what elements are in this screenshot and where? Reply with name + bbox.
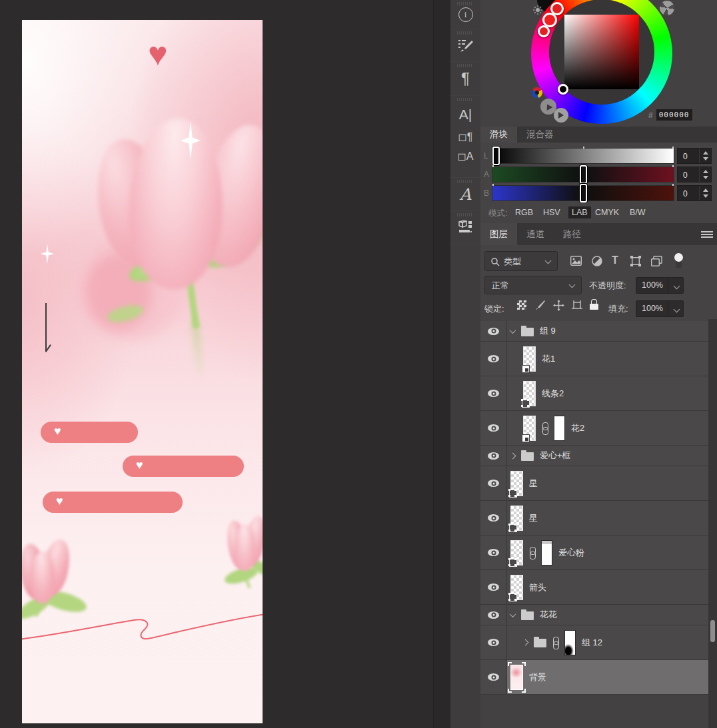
slider-track-a[interactable]: [492, 167, 674, 182]
visibility-cell[interactable]: [480, 411, 507, 445]
layer-thumbnail[interactable]: [510, 506, 523, 531]
chevron-right-icon[interactable]: [510, 452, 516, 459]
panel-button-3d[interactable]: [450, 211, 480, 245]
canvas-artboard[interactable]: ♥ ♥ ♥ ♥: [22, 20, 263, 723]
slider-value-b[interactable]: 0: [677, 185, 712, 201]
eye-icon[interactable]: [488, 611, 499, 619]
layer-thumbnail[interactable]: [510, 471, 523, 496]
eye-icon[interactable]: [488, 390, 499, 397]
eye-icon[interactable]: [488, 480, 499, 487]
layer-mask-thumbnail[interactable]: [541, 540, 552, 565]
slider-handle[interactable]: [580, 184, 587, 202]
eye-icon[interactable]: [488, 328, 499, 335]
layer-name[interactable]: 花1: [542, 353, 555, 365]
layer-thumbnail[interactable]: [523, 346, 536, 372]
eye-icon[interactable]: [488, 514, 499, 522]
filter-text-icon[interactable]: T: [612, 254, 618, 266]
text-cursor-icon[interactable]: A|: [459, 107, 472, 123]
visibility-cell[interactable]: [480, 446, 507, 466]
layer-name[interactable]: 花花: [540, 609, 557, 621]
layer-mask-thumbnail[interactable]: [554, 416, 565, 441]
layer-thumbnail[interactable]: [523, 381, 536, 406]
layer-name[interactable]: 星: [529, 512, 538, 524]
chain-link-icon[interactable]: [542, 422, 548, 434]
spin-up[interactable]: [703, 151, 708, 155]
layer-name[interactable]: 背景: [529, 671, 546, 683]
visibility-cell[interactable]: [480, 342, 507, 376]
chain-link-icon[interactable]: [552, 637, 558, 648]
layer-name[interactable]: 星: [529, 478, 538, 490]
visibility-cell[interactable]: [480, 466, 507, 500]
filter-type-select[interactable]: 类型: [484, 251, 558, 271]
brightness-icon[interactable]: [533, 5, 542, 15]
chevron-down-icon[interactable]: [510, 611, 516, 617]
layer-thumbnail[interactable]: [510, 665, 523, 690]
color-picker-panel[interactable]: # 000000: [480, 0, 717, 127]
lock-artboard-icon[interactable]: [572, 300, 582, 310]
lock-position-icon[interactable]: [553, 300, 564, 311]
lock-all-icon[interactable]: [590, 299, 598, 310]
spin-down[interactable]: [703, 194, 708, 198]
opacity-value[interactable]: 100%: [636, 277, 684, 294]
slider-track-l[interactable]: [492, 148, 674, 164]
color-sample-marker[interactable]: [538, 25, 550, 37]
layer-group-row[interactable]: 组 12: [480, 625, 708, 660]
mode-rgb[interactable]: RGB: [515, 208, 533, 217]
layer-thumbnail[interactable]: [510, 575, 523, 600]
visibility-cell[interactable]: [480, 570, 507, 604]
spin-down[interactable]: [703, 157, 708, 161]
eye-icon[interactable]: [488, 452, 499, 460]
blend-mode-select[interactable]: 正常: [484, 276, 582, 294]
color-cursor[interactable]: [558, 84, 568, 95]
mode-cmyk[interactable]: CMYK: [595, 208, 619, 217]
panel-button-info[interactable]: i: [450, 0, 480, 29]
hex-input[interactable]: 000000: [656, 109, 692, 121]
visibility-cell[interactable]: [480, 501, 507, 535]
panel-menu-icon[interactable]: [701, 231, 713, 238]
layer-thumbnail[interactable]: [510, 540, 523, 565]
spin-down[interactable]: [703, 176, 708, 179]
paragraph-styles-icon[interactable]: ◻¶: [458, 131, 473, 143]
slider-value-a[interactable]: 0: [677, 167, 712, 182]
visibility-cell[interactable]: [480, 605, 507, 625]
filter-smartobject-icon[interactable]: [651, 256, 662, 266]
layer-row[interactable]: 星: [480, 501, 708, 536]
layer-row[interactable]: 箭头: [480, 570, 708, 605]
eye-icon[interactable]: [488, 424, 499, 432]
panel-button-brush-settings[interactable]: [450, 29, 480, 62]
chevron-down-icon[interactable]: [510, 327, 516, 334]
slider-track-b[interactable]: [492, 185, 674, 201]
mode-lab[interactable]: LAB: [568, 206, 591, 218]
layer-thumbnail[interactable]: [523, 416, 536, 441]
eye-icon[interactable]: [488, 355, 499, 362]
layer-name[interactable]: 爱心+框: [540, 450, 571, 462]
tab-channels[interactable]: 通道: [517, 223, 554, 245]
filter-adjustment-icon[interactable]: [592, 256, 602, 266]
layer-name[interactable]: 爱心粉: [558, 547, 584, 559]
layer-mask-thumbnail[interactable]: [564, 630, 576, 655]
slider-handle[interactable]: [580, 165, 587, 184]
character-styles-icon[interactable]: ◻A: [458, 150, 474, 163]
tab-layers[interactable]: 图层: [480, 223, 517, 245]
layer-row[interactable]: 星: [480, 466, 708, 501]
visibility-cell[interactable]: [480, 660, 507, 694]
visibility-cell[interactable]: [480, 625, 507, 659]
layer-row[interactable]: 爱心粉: [480, 536, 708, 570]
spin-up[interactable]: [703, 170, 708, 173]
layer-row[interactable]: 线条2: [480, 376, 708, 411]
fill-value[interactable]: 100%: [636, 300, 684, 317]
panel-button-paragraph[interactable]: ¶: [450, 62, 480, 96]
layer-group-row[interactable]: 花花: [480, 605, 708, 625]
slider-value-l[interactable]: 0: [677, 148, 712, 164]
slider-handle[interactable]: [492, 147, 500, 165]
eye-icon[interactable]: [488, 673, 499, 681]
layer-name[interactable]: 线条2: [542, 388, 564, 400]
mode-hsv[interactable]: HSV: [543, 208, 560, 217]
filter-image-icon[interactable]: [570, 256, 582, 266]
layer-row[interactable]: 花1: [480, 342, 708, 376]
picker-play-button[interactable]: [554, 108, 568, 123]
mode-bw[interactable]: B/W: [630, 208, 646, 217]
tab-paths[interactable]: 路径: [554, 223, 590, 245]
layer-row[interactable]: 花2: [480, 411, 708, 446]
visibility-cell[interactable]: [480, 376, 507, 410]
